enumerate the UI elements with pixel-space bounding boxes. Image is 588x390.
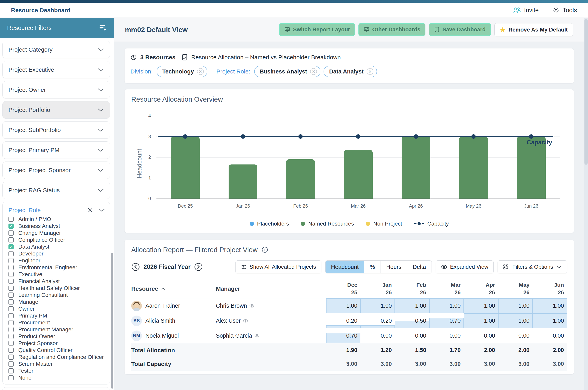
allocation-cell[interactable]: 1.00 — [395, 298, 429, 313]
role-option-tester[interactable]: Tester — [8, 367, 105, 374]
allocation-cell[interactable]: 1.00 — [464, 313, 498, 328]
filter-card-project-category[interactable]: Project Category — [2, 41, 110, 58]
checkbox-unchecked[interactable] — [8, 217, 14, 222]
checkbox-unchecked[interactable] — [8, 368, 14, 373]
previous-year-icon[interactable] — [131, 263, 140, 271]
checkbox-unchecked[interactable] — [8, 348, 14, 353]
chevron-down-icon[interactable] — [99, 208, 105, 212]
role-option-manage[interactable]: Manage — [8, 298, 105, 305]
filter-chip-data-analyst[interactable]: Data Analyst✕ — [323, 66, 377, 77]
role-option-primary-pm[interactable]: Primary PM — [8, 312, 105, 319]
role-option-quality-control-officer[interactable]: Quality Control Officer — [8, 347, 105, 353]
invite-button[interactable]: Invite — [513, 7, 539, 14]
allocation-cell[interactable]: 0.00 — [429, 328, 464, 343]
allocation-cell[interactable]: 0.00 — [395, 328, 429, 343]
filter-chip-technology[interactable]: Technology✕ — [157, 66, 207, 77]
bar-may-26[interactable] — [459, 137, 488, 198]
bar-apr-26[interactable] — [402, 137, 430, 198]
role-option-health-and-safety-officer[interactable]: Health and Safety Officer — [8, 285, 105, 292]
tools-button[interactable]: Tools — [552, 7, 577, 14]
checkbox-unchecked[interactable] — [8, 341, 14, 346]
checkbox-unchecked[interactable] — [8, 237, 14, 243]
checkbox-unchecked[interactable] — [8, 279, 14, 284]
filter-card-project-portfolio[interactable]: Project Portfolio — [2, 101, 110, 119]
clear-filter-icon[interactable] — [87, 207, 93, 213]
checkbox-unchecked[interactable] — [8, 272, 14, 277]
bar-dec-25[interactable] — [171, 137, 200, 198]
checkbox-unchecked[interactable] — [8, 375, 14, 380]
bar-jan-26[interactable] — [229, 164, 257, 198]
checkbox-unchecked[interactable] — [8, 258, 14, 263]
show-all-projects-button[interactable]: Show All Allocated Projects — [235, 260, 321, 273]
filter-card-project-rag-status[interactable]: Project RAG Status — [2, 182, 110, 199]
checkbox-unchecked[interactable] — [8, 292, 14, 298]
filter-sort-icon[interactable] — [99, 24, 107, 32]
main-scrollbar-thumb[interactable] — [585, 19, 588, 165]
role-option-scrum-master[interactable]: Scrum Master — [8, 360, 105, 367]
eye-icon[interactable] — [243, 319, 248, 323]
role-option-financial-analyst[interactable]: Financial Analyst — [8, 278, 105, 285]
resource-cell[interactable]: NMNoela Miguel — [131, 328, 216, 343]
role-option-project-sponsor[interactable]: Project Sponsor — [8, 340, 105, 347]
checkbox-unchecked[interactable] — [8, 354, 14, 360]
allocation-cell[interactable]: 1.00 — [464, 298, 498, 313]
role-option-engineer[interactable]: Engineer — [8, 257, 105, 264]
mode-[interactable]: % — [364, 261, 380, 273]
bar-feb-26[interactable] — [286, 159, 315, 199]
checkbox-unchecked[interactable] — [8, 313, 14, 318]
checkbox-unchecked[interactable] — [8, 320, 14, 325]
filter-chip-business-analyst[interactable]: Business Analyst✕ — [254, 66, 321, 77]
other-dashboards-button[interactable]: Other Dashboards — [358, 23, 426, 36]
expanded-view-button[interactable]: Expanded View — [436, 260, 494, 273]
main-scrollbar-track[interactable] — [584, 18, 588, 390]
sidebar-scrollbar-thumb[interactable] — [111, 253, 113, 389]
info-icon[interactable] — [262, 246, 268, 253]
eye-icon[interactable] — [254, 334, 260, 338]
remove-chip-icon[interactable]: ✕ — [310, 68, 317, 75]
allocation-cell[interactable]: 0.50 — [395, 313, 429, 328]
role-option-learning-consultant[interactable]: Learning Consultant — [8, 292, 105, 298]
allocation-cell[interactable]: 1.00 — [326, 298, 361, 313]
filter-card-project-owner[interactable]: Project Owner — [2, 81, 110, 98]
remove-default-button[interactable]: ★ Remove As My Default — [494, 23, 573, 36]
role-option-change-manager[interactable]: Change Manager — [8, 230, 105, 236]
filters-options-button[interactable]: Filters & Options — [498, 260, 567, 273]
checkbox-unchecked[interactable] — [8, 299, 14, 304]
allocation-cell[interactable]: 0.20 — [326, 313, 361, 328]
allocation-cell[interactable]: 0.70 — [429, 313, 464, 328]
resource-cell[interactable]: ASAlicia Smith — [131, 313, 216, 328]
remove-chip-icon[interactable]: ✕ — [197, 68, 204, 75]
role-option-admin-pmo[interactable]: Admin / PMO — [8, 216, 105, 223]
next-year-icon[interactable] — [194, 263, 203, 271]
allocation-cell[interactable]: 1.00 — [498, 298, 533, 313]
save-dashboard-button[interactable]: Save Dashboard — [429, 23, 491, 36]
mode-delta[interactable]: Delta — [407, 261, 431, 273]
checkbox-unchecked[interactable] — [8, 251, 14, 256]
allocation-cell[interactable]: 0.70 — [326, 328, 361, 343]
filter-card-project-subportfolio[interactable]: Project SubPortfolio — [2, 121, 110, 139]
role-option-regulation-and-compliance-officer[interactable]: Regulation and Compliance Officer — [8, 353, 105, 360]
role-option-executive[interactable]: Executive — [8, 271, 105, 278]
allocation-cell[interactable]: 0.00 — [498, 328, 533, 343]
role-option-procurement[interactable]: Procurement — [8, 319, 105, 326]
checkbox-unchecked[interactable] — [8, 361, 14, 367]
checkbox-unchecked[interactable] — [8, 265, 14, 270]
role-option-none[interactable]: None — [8, 374, 105, 381]
role-option-compliance-officer[interactable]: Compliance Officer — [8, 236, 105, 243]
allocation-cell[interactable]: 1.00 — [498, 313, 533, 328]
checkbox-unchecked[interactable] — [8, 334, 14, 339]
allocation-cell[interactable]: 1.00 — [533, 298, 567, 313]
role-option-data-analyst[interactable]: ✓Data Analyst — [8, 243, 105, 250]
bar-mar-26[interactable] — [344, 150, 373, 198]
checkbox-unchecked[interactable] — [8, 231, 14, 236]
filter-card-project-project-sponsor[interactable]: Project Project Sponsor — [2, 161, 110, 179]
checkbox-unchecked[interactable] — [8, 306, 14, 311]
column-header-manager[interactable]: Manager — [216, 285, 326, 292]
checkbox-unchecked[interactable] — [8, 286, 14, 291]
filter-card-project-executive[interactable]: Project Executive — [2, 61, 110, 78]
allocation-cell[interactable]: 1.00 — [360, 298, 395, 313]
column-header-resource[interactable]: Resource — [131, 285, 216, 292]
mode-hours[interactable]: Hours — [380, 261, 407, 273]
eye-icon[interactable] — [249, 304, 254, 308]
remove-chip-icon[interactable]: ✕ — [367, 68, 374, 75]
